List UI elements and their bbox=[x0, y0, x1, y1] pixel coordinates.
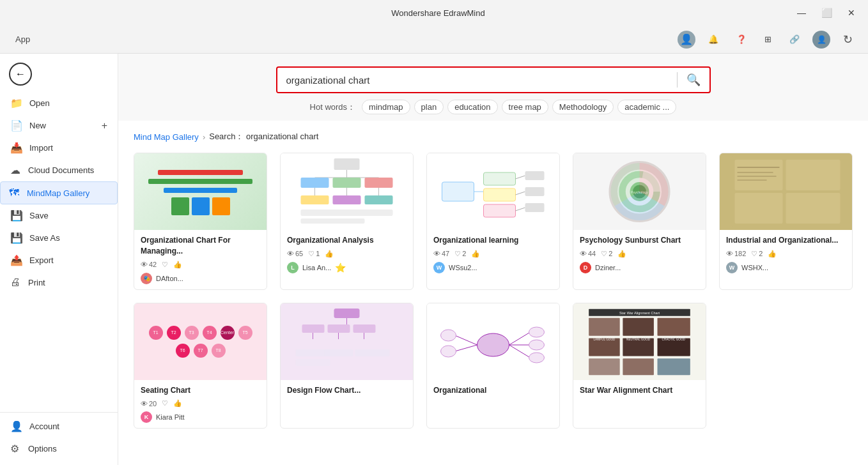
sidebar-item-export[interactable]: 📤 Export bbox=[0, 249, 118, 271]
sidebar-item-open[interactable]: 📁 Open bbox=[0, 92, 118, 114]
close-button[interactable]: ✕ bbox=[842, 5, 860, 20]
sidebar-item-new[interactable]: 📄 New + bbox=[0, 114, 118, 137]
card-sunburst[interactable]: Psychology Psychology Sunburst Chart 👁 4… bbox=[573, 153, 706, 290]
svg-rect-77 bbox=[623, 358, 654, 375]
svg-rect-24 bbox=[525, 203, 545, 212]
card-design-flow[interactable]: Design Flow Chart... bbox=[280, 303, 414, 429]
hot-word-education[interactable]: education bbox=[447, 100, 497, 114]
svg-rect-41 bbox=[334, 309, 360, 318]
svg-rect-44 bbox=[328, 324, 350, 333]
svg-line-59 bbox=[455, 345, 477, 351]
cloud-icon: ☁ bbox=[10, 164, 22, 176]
card-starwar[interactable]: Star War Alignment Chart bbox=[573, 303, 706, 429]
industrial-svg bbox=[720, 153, 852, 230]
svg-rect-36 bbox=[786, 193, 841, 224]
svg-line-19 bbox=[516, 176, 525, 179]
user-avatar[interactable]: 👤 bbox=[812, 31, 830, 49]
svg-line-58 bbox=[455, 335, 477, 345]
card-like-5: 👍 bbox=[768, 250, 777, 258]
card-title-5: Industrial and Organizational... bbox=[726, 235, 846, 246]
svg-text:NEUTRAL GOOD: NEUTRAL GOOD bbox=[626, 338, 651, 341]
card-meta-6: 👁 20 ♡ 👍 bbox=[141, 399, 260, 408]
card-org-learning[interactable]: Organizational learning 👁 47 ♡ 2 👍 W WSs… bbox=[426, 153, 560, 290]
card-thumb-9: Star War Alignment Chart bbox=[573, 303, 706, 380]
svg-rect-9 bbox=[333, 195, 361, 204]
card-info-9: Star War Alignment Chart bbox=[573, 380, 706, 405]
app-title: Wondershare EdrawMind bbox=[391, 8, 484, 18]
svg-point-66 bbox=[529, 340, 545, 350]
author-name-5: WSHX... bbox=[741, 264, 768, 271]
card-meta-2: 👁 65 ♡ 1 👍 bbox=[287, 250, 407, 258]
search-button[interactable]: 🔍 bbox=[678, 68, 709, 92]
sidebar-item-print[interactable]: 🖨 Print bbox=[0, 271, 118, 293]
minimize-button[interactable]: — bbox=[792, 5, 811, 20]
sidebar-item-save[interactable]: 💾 Save bbox=[0, 204, 118, 227]
card-thumb-1 bbox=[134, 153, 267, 230]
card-org-purple[interactable]: Organizational bbox=[426, 303, 560, 429]
svg-line-20 bbox=[516, 192, 525, 195]
org-learning-svg bbox=[427, 153, 559, 230]
card-meta-1: 👁 42 ♡ 👍 bbox=[141, 261, 260, 269]
svg-rect-45 bbox=[353, 324, 376, 333]
svg-rect-11 bbox=[365, 195, 393, 204]
card-views-1: 👁 42 bbox=[141, 261, 157, 268]
card-meta-5: 👁 182 ♡ 2 👍 bbox=[726, 250, 846, 258]
back-circle-icon: ← bbox=[9, 63, 32, 86]
svg-rect-72 bbox=[658, 317, 690, 335]
sidebar-bottom: 👤 Account ⚙ Options bbox=[0, 412, 118, 460]
card-author-5: W WSHX... bbox=[726, 262, 846, 273]
gear-icon: ⚙ bbox=[10, 443, 22, 455]
card-thumb-8 bbox=[427, 303, 559, 380]
card-info-4: Psychology Sunburst Chart 👁 44 ♡ 2 👍 D D… bbox=[573, 230, 706, 278]
sidebar-label-save: Save bbox=[29, 211, 49, 220]
sidebar-item-import[interactable]: 📥 Import bbox=[0, 137, 118, 159]
back-button[interactable]: ← bbox=[0, 59, 118, 89]
sidebar-label-gallery: MindMap Gallery bbox=[27, 188, 89, 198]
sidebar-item-account[interactable]: 👤 Account bbox=[0, 415, 118, 438]
new-file-icon: 📄 bbox=[10, 119, 23, 132]
card-views-6: 👁 20 bbox=[141, 400, 157, 408]
card-title-6: Seating Chart bbox=[141, 385, 260, 396]
saveas-icon: 💾 bbox=[10, 232, 23, 244]
bell-icon[interactable]: 🔔 bbox=[703, 32, 724, 47]
hot-word-mindmap[interactable]: mindmap bbox=[362, 100, 410, 114]
app-button[interactable]: App bbox=[10, 32, 35, 47]
import-icon: 📥 bbox=[10, 142, 23, 154]
avatar[interactable]: 👤 bbox=[678, 31, 695, 49]
card-meta-4: 👁 44 ♡ 2 👍 bbox=[580, 250, 699, 258]
card-industrial[interactable]: Industrial and Organizational... 👁 182 ♡… bbox=[719, 153, 853, 290]
card-org-chart[interactable]: Organizational Chart For Managing... 👁 4… bbox=[134, 153, 267, 290]
svg-rect-17 bbox=[484, 188, 516, 201]
breadcrumb-root[interactable]: Mind Map Gallery bbox=[134, 132, 199, 142]
hot-word-academic[interactable]: academic ... bbox=[617, 100, 676, 114]
sidebar-item-options[interactable]: ⚙ Options bbox=[0, 438, 118, 460]
author-name-4: Dziner... bbox=[595, 264, 621, 271]
share-icon[interactable]: 🔗 bbox=[784, 32, 805, 47]
sidebar-label-account: Account bbox=[29, 422, 59, 431]
sidebar-label-import: Import bbox=[29, 143, 53, 153]
hot-word-treemap[interactable]: tree map bbox=[502, 100, 548, 114]
help-icon[interactable]: ❓ bbox=[731, 32, 752, 47]
hot-word-methodology[interactable]: Methodology bbox=[552, 100, 614, 114]
sidebar-label-saveas: Save As bbox=[29, 233, 60, 243]
grid-icon[interactable]: ⊞ bbox=[759, 32, 777, 47]
card-org-analysis[interactable]: Organizational Analysis 👁 65 ♡ 1 👍 L Lis… bbox=[280, 153, 414, 290]
card-heart-4: ♡ 2 bbox=[601, 250, 612, 258]
sidebar-item-cloud[interactable]: ☁ Cloud Documents bbox=[0, 159, 118, 181]
sidebar: ← 📁 Open 📄 New + 📥 Import ☁ Cloud Docume… bbox=[0, 54, 118, 465]
top-toolbar: App 👤 🔔 ❓ ⊞ 🔗 👤 ↻ bbox=[0, 26, 868, 54]
card-seating[interactable]: T1 T2 T3 T4 Center T5 T6 T7 T8 Seating C… bbox=[134, 303, 267, 429]
maximize-button[interactable]: ⬜ bbox=[816, 5, 837, 20]
sidebar-item-save-as[interactable]: 💾 Save As bbox=[0, 227, 118, 249]
refresh-button[interactable]: ↻ bbox=[838, 30, 858, 49]
save-icon: 💾 bbox=[10, 210, 23, 222]
card-title-7: Design Flow Chart... bbox=[287, 385, 407, 396]
card-info-5: Industrial and Organizational... 👁 182 ♡… bbox=[720, 230, 852, 278]
card-views-2: 👁 65 bbox=[287, 250, 303, 257]
hot-words-label: Hot words： bbox=[310, 102, 356, 113]
toolbar-right: 👤 🔔 ❓ ⊞ 🔗 👤 ↻ bbox=[678, 30, 858, 49]
sidebar-item-mindmap-gallery[interactable]: 🗺 MindMap Gallery bbox=[0, 181, 118, 204]
search-input[interactable] bbox=[277, 68, 677, 92]
svg-point-64 bbox=[441, 346, 456, 357]
hot-word-plan[interactable]: plan bbox=[414, 100, 444, 114]
